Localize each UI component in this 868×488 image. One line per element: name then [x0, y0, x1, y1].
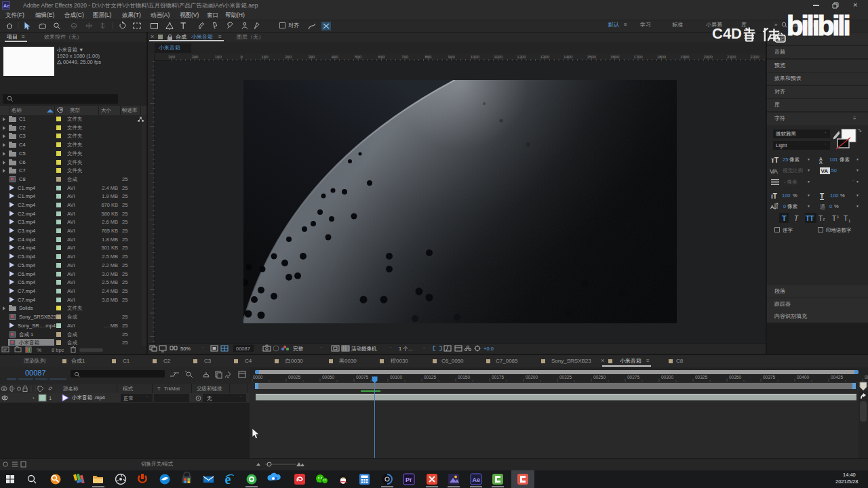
- svg-text:T: T: [818, 215, 823, 222]
- svg-text:ˋ: ˋ: [321, 346, 322, 351]
- svg-text:00025: 00025: [288, 375, 300, 380]
- svg-text:00100: 00100: [390, 375, 402, 380]
- svg-text:V̸A: V̸A: [770, 168, 778, 175]
- svg-text:00300: 00300: [661, 375, 673, 380]
- svg-text:00150: 00150: [458, 375, 470, 380]
- svg-text:T: T: [844, 215, 848, 222]
- svg-text:00400: 00400: [797, 375, 809, 380]
- svg-text:T: T: [820, 192, 824, 200]
- svg-text:e: e: [225, 472, 231, 487]
- svg-text:%: %: [37, 347, 41, 353]
- svg-text:ˋ: ˋ: [390, 346, 391, 351]
- svg-text:VA: VA: [821, 168, 829, 174]
- svg-text:ıT: ıT: [771, 192, 777, 200]
- svg-text:1 个…: 1 个…: [399, 346, 413, 352]
- svg-text:1: 1: [848, 219, 851, 223]
- svg-text:A: A: [819, 160, 823, 165]
- svg-text:тT: тT: [771, 157, 778, 164]
- svg-text:0000: 0000: [253, 375, 263, 380]
- svg-text:00325: 00325: [695, 375, 707, 380]
- svg-text:T: T: [782, 214, 787, 222]
- svg-text:1: 1: [837, 215, 840, 219]
- svg-text:00175: 00175: [492, 375, 504, 380]
- svg-text:00125: 00125: [424, 375, 436, 380]
- svg-text:00275: 00275: [627, 375, 639, 380]
- svg-text:ˋ: ˋ: [423, 346, 425, 351]
- svg-text:00050: 00050: [322, 375, 334, 380]
- svg-text:00075: 00075: [356, 375, 368, 380]
- svg-text:00087: 00087: [236, 346, 250, 352]
- svg-text:通: 通: [820, 203, 825, 210]
- svg-text:T: T: [794, 215, 799, 222]
- svg-text:TT: TT: [806, 215, 814, 222]
- svg-text:00225: 00225: [559, 375, 572, 380]
- svg-text:完整: 完整: [293, 346, 304, 352]
- svg-text:+0.0: +0.0: [484, 346, 494, 352]
- svg-text:8 bpc: 8 bpc: [52, 347, 64, 353]
- svg-text:ˋ: ˋ: [202, 346, 203, 351]
- svg-text:00375: 00375: [763, 375, 775, 380]
- svg-text:00350: 00350: [729, 375, 741, 380]
- svg-text:T: T: [832, 215, 836, 222]
- svg-text:00450: 00450: [865, 375, 868, 380]
- svg-text:Ae: Ae: [473, 476, 481, 483]
- svg-text:r: r: [823, 217, 825, 222]
- svg-text:00425: 00425: [831, 375, 843, 380]
- svg-text:活动摄像机: 活动摄像机: [351, 346, 377, 352]
- svg-text:50%: 50%: [180, 346, 191, 352]
- svg-text:Pr: Pr: [406, 476, 412, 483]
- svg-text:›: ›: [33, 395, 35, 401]
- svg-text:00250: 00250: [593, 375, 606, 380]
- svg-text:1: 1: [49, 395, 52, 401]
- svg-text:00200: 00200: [526, 375, 538, 380]
- svg-text:A: A: [770, 204, 774, 210]
